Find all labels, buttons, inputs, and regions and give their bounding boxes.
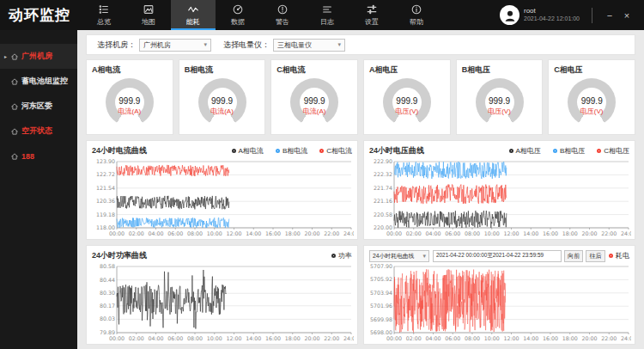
svg-text:00:00: 00:00: [109, 230, 125, 236]
svg-text:18:00: 18:00: [562, 230, 578, 236]
sidebar-item-0[interactable]: ▸广州机房: [0, 44, 77, 69]
nav-item-overview[interactable]: 总览: [82, 0, 126, 30]
svg-text:220.00: 220.00: [374, 224, 392, 230]
nav-item-alert[interactable]: 警告: [260, 0, 305, 30]
sidebar-item-2[interactable]: ▸河东区委: [0, 94, 77, 119]
svg-text:08:00: 08:00: [187, 230, 203, 236]
svg-text:08:00: 08:00: [187, 335, 203, 341]
legend-marker-icon: [609, 254, 613, 258]
svg-text:22:00: 22:00: [324, 230, 339, 236]
legend-item-1-0[interactable]: A相电压: [509, 146, 541, 156]
chart-title: 24小时功率曲线: [92, 250, 147, 261]
sidebar-item-3[interactable]: ▸空开状态: [0, 119, 77, 144]
curve-type-select[interactable]: 24小时耗电曲线▾: [369, 250, 429, 262]
topbar-right: root 2021-04-22 12:01:00 − ×: [500, 0, 644, 30]
svg-text:00:00: 00:00: [386, 230, 402, 236]
gauge-value: 999.9: [581, 96, 603, 106]
date-range-input[interactable]: [433, 250, 562, 262]
nav-item-label: 设置: [365, 17, 379, 27]
gauge-value: 999.9: [304, 96, 325, 106]
svg-text:12:00: 12:00: [226, 335, 241, 341]
minimize-button[interactable]: −: [601, 7, 618, 24]
legend-item-0-1[interactable]: B相电流: [276, 146, 307, 156]
svg-text:220.58: 220.58: [374, 211, 392, 217]
avatar[interactable]: [500, 5, 519, 25]
gauge-unit: 电压(V): [488, 107, 511, 116]
gauge-unit: 电流(A): [303, 107, 326, 116]
svg-text:16:00: 16:00: [543, 230, 558, 236]
svg-text:22:00: 22:00: [601, 230, 617, 236]
meter-select[interactable]: 三相电量仪 ▾: [273, 39, 345, 52]
chart-legend: 功率: [331, 251, 352, 260]
svg-text:123.90: 123.90: [96, 158, 115, 164]
svg-text:80.30: 80.30: [100, 290, 115, 296]
room-select-label: 选择机房：: [97, 40, 136, 51]
window-body: ▸广州机房▸蓄电池组监控▸河东区委▸空开状态▸188 选择机房： 广州机房 ▾ …: [0, 30, 644, 349]
svg-text:20:00: 20:00: [304, 335, 319, 341]
legend-item-0-0[interactable]: A相电流: [232, 146, 264, 156]
nav-item-map[interactable]: 地图: [126, 0, 171, 30]
svg-text:118.00: 118.00: [96, 224, 115, 230]
sidebar-item-1[interactable]: ▸蓄电池组监控: [0, 69, 77, 94]
gauge-dial: 999.9电压(V): [476, 78, 524, 126]
legend-marker-icon: [553, 149, 557, 153]
legend-item-3-0[interactable]: 耗电: [609, 251, 629, 260]
gauge-card-1: B相电流999.9电流(A): [179, 59, 266, 135]
svg-text:5705.92: 5705.92: [370, 276, 392, 282]
chart-canvas-1: 222.90222.32221.74221.16220.58220.0000:0…: [369, 158, 631, 237]
meter-select-label: 选择电量仪：: [223, 40, 270, 51]
legend-item-0-2[interactable]: C相电流: [319, 146, 352, 156]
nav-item-help[interactable]: 帮助: [394, 0, 439, 30]
chart-header: 24小时功率曲线功率: [92, 248, 352, 263]
next-button[interactable]: 往后: [586, 250, 605, 262]
nav-item-label: 数据: [231, 17, 245, 27]
svg-text:06:00: 06:00: [445, 335, 460, 341]
svg-text:08:00: 08:00: [465, 230, 480, 236]
svg-text:14:00: 14:00: [246, 335, 261, 341]
legend-label: A相电压: [516, 146, 541, 156]
nav-item-settings[interactable]: 设置: [349, 0, 394, 30]
gauge-title: A相电流: [92, 64, 167, 76]
nav-item-log[interactable]: 日志: [305, 0, 349, 30]
svg-text:22:00: 22:00: [601, 335, 617, 341]
chart-header: 24小时电流曲线A相电流B相电流C相电流: [92, 144, 352, 158]
gauge-unit: 电流(A): [118, 107, 141, 116]
chart-canvas-3: 5707.905705.925703.945701.965699.985698.…: [369, 263, 631, 342]
legend-item-1-2[interactable]: C相电压: [597, 146, 629, 156]
legend-label: A相电流: [239, 146, 264, 156]
svg-text:222.32: 222.32: [374, 171, 392, 177]
prev-button[interactable]: 向前: [564, 250, 583, 262]
top-nav: 总览地图能耗数据警告日志设置帮助: [82, 0, 439, 30]
svg-text:02:00: 02:00: [129, 335, 144, 341]
gauge-unit: 电压(V): [580, 107, 604, 116]
user-info: root 2021-04-22 12:01:00: [524, 7, 580, 23]
divider: [592, 8, 592, 23]
legend-item-1-1[interactable]: B相电压: [553, 146, 585, 156]
nav-item-energy[interactable]: 能耗: [171, 0, 216, 30]
legend-marker-icon: [509, 149, 513, 153]
nav-item-data[interactable]: 数据: [216, 0, 260, 30]
svg-text:5703.94: 5703.94: [370, 290, 392, 296]
chart-header: 24小时耗电曲线▾向前往后耗电: [369, 248, 629, 263]
legend-item-2-0[interactable]: 功率: [331, 251, 352, 260]
legend-label: C相电流: [326, 146, 352, 156]
close-button[interactable]: ×: [618, 7, 635, 24]
chart-legend: 耗电: [609, 251, 629, 260]
gauge-card-3: A相电压999.9电压(V): [363, 59, 451, 135]
svg-text:04:00: 04:00: [425, 335, 440, 341]
energy-icon: [187, 3, 199, 15]
legend-marker-icon: [331, 254, 336, 258]
svg-text:80.44: 80.44: [100, 277, 115, 283]
sidebar-item-4[interactable]: ▸188: [0, 144, 77, 168]
svg-text:02:00: 02:00: [406, 230, 422, 236]
overview-icon: [98, 3, 110, 15]
legend-label: B相电流: [283, 146, 307, 156]
gauge-value: 999.9: [396, 96, 417, 106]
room-select[interactable]: 广州机房 ▾: [139, 39, 211, 52]
svg-text:04:00: 04:00: [148, 335, 163, 341]
svg-text:04:00: 04:00: [425, 230, 440, 236]
svg-text:120.36: 120.36: [96, 198, 115, 204]
svg-text:16:00: 16:00: [265, 230, 281, 236]
nav-item-label: 警告: [276, 17, 289, 27]
nav-item-label: 帮助: [410, 17, 423, 27]
